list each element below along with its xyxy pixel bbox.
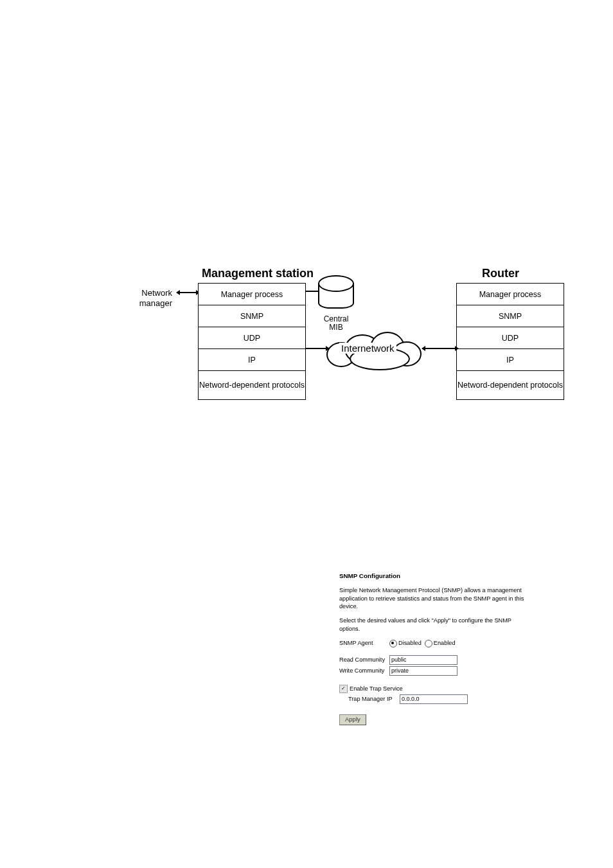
management-station-stack: Manager process SNMP UDP IP Netword-depe… [198,283,306,400]
snmp-agent-disabled-radio[interactable] [389,640,397,647]
stack-cell: UDP [199,327,305,348]
connector-left-cloud [305,348,326,349]
enable-trap-service-checkbox[interactable]: ✓ [339,685,348,693]
central-mib-label: Central MIB [316,315,356,332]
stack-cell: IP [457,348,564,370]
stack-cell: Netword-dependent protocols [199,370,305,399]
internetwork-label: Internetwork [339,343,396,354]
stack-cell: IP [199,348,305,370]
enable-trap-service-label: Enable Trap Service [350,685,403,692]
heading-router: Router [482,267,519,280]
enabled-radio-label: Enabled [434,639,456,647]
read-community-input[interactable] [389,655,458,665]
apply-button[interactable]: Apply [339,714,366,725]
stack-cell: Manager process [199,284,305,305]
disabled-radio-label: Disabled [398,639,422,647]
connector-right-cloud [425,348,455,349]
write-community-input[interactable] [389,666,458,676]
trap-manager-ip-input[interactable] [400,694,468,704]
side-label-network-manager: Network manager [121,288,172,308]
write-community-label: Write Community [339,667,389,674]
panel-instruction-text: Select the desired values and click "App… [339,617,526,633]
read-community-label: Read Community [339,656,389,664]
snmp-agent-label: SNMP Agent [339,639,389,647]
arrow-network-manager [180,292,196,293]
stack-cell: Netword-dependent protocols [457,370,564,399]
router-stack: Manager process SNMP UDP IP Netword-depe… [456,283,564,400]
panel-intro-text: Simple Network Management Protocol (SNMP… [339,586,526,610]
panel-title: SNMP Configuration [339,572,526,580]
snmp-architecture-diagram: Management station Router Network manage… [135,264,585,431]
trap-manager-ip-label: Trap Manager IP [348,695,400,703]
heading-management-station: Management station [202,267,314,280]
central-mib-icon [318,283,354,309]
stack-cell: SNMP [457,305,564,327]
snmp-agent-enabled-radio[interactable] [425,640,432,647]
snmp-configuration-panel: SNMP Configuration Simple Network Manage… [339,572,526,725]
stack-cell: Manager process [457,284,564,305]
stack-cell: SNMP [199,305,305,327]
stack-cell: UDP [457,327,564,348]
